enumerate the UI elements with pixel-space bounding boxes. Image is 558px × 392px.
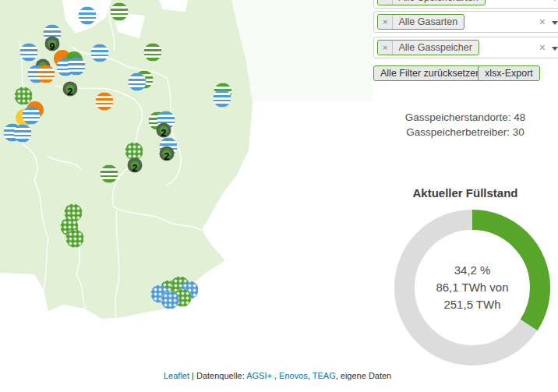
chip-label: Alle Speicherarten bbox=[393, 0, 484, 5]
clear-icon[interactable]: × bbox=[539, 16, 546, 28]
clear-icon[interactable]: × bbox=[539, 41, 546, 54]
attribution-link[interactable]: TEAG bbox=[313, 371, 336, 380]
filter-chip: × Alle Gasarten bbox=[377, 14, 464, 30]
chevron-down-icon[interactable] bbox=[552, 21, 558, 25]
stats-block: Gasspeicherstandorte: 48 Gasspeicherbetr… bbox=[373, 110, 558, 139]
map[interactable]: 92222 Leaflet | Datenquelle: AGSI+ , Eno… bbox=[0, 0, 373, 392]
gauge-total: 251,5 TWh bbox=[394, 296, 551, 313]
storage-marker[interactable] bbox=[214, 90, 231, 108]
gauge-percent: 34,2 % bbox=[394, 262, 551, 279]
storage-marker[interactable] bbox=[68, 58, 86, 76]
storage-marker[interactable] bbox=[101, 165, 118, 183]
cluster-marker[interactable]: 2 bbox=[128, 158, 143, 173]
clear-icon[interactable]: × bbox=[539, 0, 546, 4]
faded-tile-area bbox=[231, 0, 373, 101]
gauge-center-text: 34,2 % 86,1 TWh von 251,5 TWh bbox=[394, 262, 551, 313]
chip-remove-icon[interactable]: × bbox=[378, 41, 393, 55]
chip-label: Alle Gasarten bbox=[393, 15, 464, 29]
filter-chip: × Alle Speicherarten bbox=[377, 0, 486, 5]
filter-chip: × Alle Gasspeicher bbox=[377, 40, 479, 55]
chip-remove-icon[interactable]: × bbox=[378, 0, 393, 5]
filter-select-speicherarten[interactable]: × Alle Speicherarten × bbox=[373, 0, 558, 9]
storage-marker[interactable] bbox=[129, 73, 147, 91]
storage-marker[interactable] bbox=[161, 291, 179, 309]
storage-marker[interactable] bbox=[20, 44, 38, 62]
chevron-down-icon[interactable] bbox=[552, 0, 558, 1]
attribution-link[interactable]: Leaflet bbox=[164, 371, 189, 380]
storage-marker[interactable] bbox=[79, 7, 97, 25]
storage-marker[interactable] bbox=[111, 3, 129, 21]
xlsx-export-button[interactable]: xlsx-Export bbox=[478, 65, 540, 81]
cluster-marker[interactable]: 9 bbox=[45, 37, 60, 51]
stat-operators: Gasspeicherbetreiber: 30 bbox=[373, 125, 558, 139]
filter-select-gasspeicher[interactable]: × Alle Gasspeicher × bbox=[373, 37, 558, 58]
attribution-text: , eigene Daten bbox=[336, 371, 392, 380]
attribution-link[interactable]: AGSI+ bbox=[246, 371, 272, 380]
gauge-title: Aktueller Füllstand bbox=[373, 186, 558, 200]
gauge-amount: 86,1 TWh von bbox=[394, 279, 551, 296]
reset-filters-button[interactable]: Alle Filter zurücksetzen bbox=[373, 65, 488, 81]
cluster-marker[interactable]: 2 bbox=[157, 123, 171, 138]
storage-marker[interactable] bbox=[96, 93, 114, 111]
chip-label: Alle Gasspeicher bbox=[393, 41, 479, 55]
storage-marker[interactable] bbox=[144, 44, 162, 62]
attribution-text: | Datenquelle: bbox=[189, 371, 246, 380]
storage-marker[interactable] bbox=[23, 107, 41, 125]
chip-remove-icon[interactable]: × bbox=[378, 15, 393, 29]
cluster-marker[interactable]: 2 bbox=[63, 82, 78, 97]
storage-marker[interactable] bbox=[91, 44, 109, 62]
cluster-marker[interactable]: 2 bbox=[160, 147, 175, 161]
stat-locations: Gasspeicherstandorte: 48 bbox=[373, 110, 558, 125]
storage-marker[interactable] bbox=[14, 125, 32, 143]
fill-level-gauge: 34,2 % 86,1 TWh von 251,5 TWh bbox=[394, 209, 551, 366]
storage-marker[interactable] bbox=[66, 230, 84, 248]
map-attribution: Leaflet | Datenquelle: AGSI+ , Enovos, T… bbox=[164, 371, 391, 380]
storage-marker[interactable] bbox=[37, 65, 55, 83]
attribution-link[interactable]: Enovos bbox=[279, 371, 308, 380]
chevron-down-icon[interactable] bbox=[552, 47, 558, 51]
filter-select-gasarten[interactable]: × Alle Gasarten × bbox=[373, 11, 558, 33]
attribution-text: , bbox=[272, 371, 279, 380]
